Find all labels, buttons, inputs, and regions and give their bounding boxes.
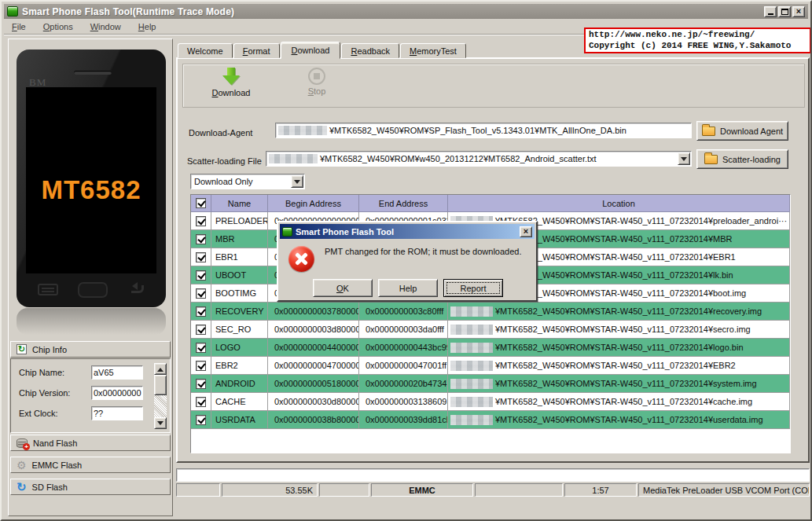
ok-button[interactable]: OK bbox=[313, 279, 373, 297]
combo-dropdown-button[interactable] bbox=[678, 152, 690, 165]
table-row[interactable]: LOGO0x00000000044000000x000000000443bc99… bbox=[191, 339, 790, 357]
emmc-flash-section[interactable]: ⚙ EMMC Flash bbox=[10, 457, 171, 473]
credit-url: http://www.neko.ne.jp/~freewing/ bbox=[589, 29, 806, 40]
download-agent-input[interactable]: ¥MTK6582_W450¥ROM¥SP_Flash_Tool_v5.1343.… bbox=[275, 123, 692, 138]
chip-info-icon: ↻ bbox=[17, 344, 27, 354]
location-path: ¥MTK6582_W450¥ROM¥STAR-W450_v111_0723201… bbox=[495, 306, 762, 316]
partition-name: ANDROID bbox=[211, 375, 268, 393]
row-checkbox[interactable] bbox=[196, 415, 206, 425]
begin-address: 0x0000000003780000 bbox=[268, 303, 359, 321]
censored-path-prefix bbox=[450, 397, 493, 407]
partition-name: EBR2 bbox=[211, 357, 268, 375]
tab-memorytest[interactable]: MemoryTest bbox=[400, 43, 466, 58]
menu-file[interactable]: File bbox=[10, 21, 28, 32]
chip-name-field[interactable]: aV65 bbox=[91, 365, 143, 380]
scatter-file-path: ¥MTK6582_W450¥ROM¥w450_20131212¥MT6582_A… bbox=[320, 154, 597, 163]
tab-strip: Welcome Format Download Readback MemoryT… bbox=[178, 41, 467, 58]
scroll-down-button[interactable] bbox=[154, 417, 167, 429]
begin-address: 0x0000000003d80000 bbox=[268, 321, 359, 339]
close-button[interactable]: × bbox=[792, 6, 805, 17]
location-cell: ¥MTK6582_W450¥ROM¥STAR-W450_v111_0723201… bbox=[448, 321, 790, 339]
nand-flash-section[interactable]: Nand Flash bbox=[10, 435, 171, 451]
chip-info-scrollbar[interactable] bbox=[154, 363, 167, 429]
download-mode-combobox[interactable]: Download Only bbox=[190, 174, 305, 189]
header-location[interactable]: Location bbox=[448, 195, 790, 212]
tab-readback[interactable]: Readback bbox=[341, 43, 399, 58]
begin-address: 0x0000000004400000 bbox=[268, 339, 359, 357]
chevron-down-icon bbox=[681, 157, 687, 164]
select-all-checkbox[interactable] bbox=[196, 198, 206, 208]
chip-info-panel: Chip Name: aV65 Chip Version: 0x00000000… bbox=[10, 358, 171, 433]
report-button[interactable]: Report bbox=[443, 279, 503, 297]
download-mode-value: Download Only bbox=[194, 177, 253, 186]
row-check-cell bbox=[191, 411, 211, 429]
row-checkbox[interactable] bbox=[196, 379, 206, 389]
table-row[interactable]: EBR20x00000000047000000x00000000047001ff… bbox=[191, 357, 790, 375]
scroll-up-button[interactable] bbox=[154, 363, 167, 375]
row-checkbox[interactable] bbox=[196, 270, 206, 281]
partition-name: MBR bbox=[211, 230, 268, 248]
tab-format[interactable]: Format bbox=[233, 43, 280, 58]
header-name[interactable]: Name bbox=[211, 195, 268, 212]
header-begin-address[interactable]: Begin Address bbox=[268, 195, 359, 212]
chip-info-header[interactable]: ↻ Chip Info bbox=[10, 341, 171, 358]
table-row[interactable]: SEC_RO0x0000000003d800000x0000000003da0f… bbox=[191, 321, 790, 339]
end-address: 0x00000000047001ff bbox=[359, 357, 448, 375]
header-end-address[interactable]: End Address bbox=[359, 195, 448, 212]
combo-dropdown-button[interactable] bbox=[291, 175, 303, 188]
row-checkbox[interactable] bbox=[196, 397, 206, 407]
end-address: 0x0000000003c80fff bbox=[359, 303, 448, 321]
scrollbar-thumb[interactable] bbox=[154, 375, 167, 395]
tab-download[interactable]: Download bbox=[281, 42, 341, 59]
menu-help[interactable]: Help bbox=[137, 21, 158, 32]
title-bar[interactable]: Smart Phone Flash Tool(Runtime Trace Mod… bbox=[4, 4, 808, 19]
row-checkbox[interactable] bbox=[196, 234, 206, 244]
phone-preview: BM MT6582 bbox=[17, 50, 166, 307]
table-row[interactable]: USRDATA0x0000000038b800000x0000000039dd8… bbox=[191, 411, 790, 429]
progress-bar bbox=[176, 468, 810, 482]
row-checkbox[interactable] bbox=[196, 216, 206, 226]
end-address: 0x0000000031386093 bbox=[359, 393, 448, 411]
phone-home-key-icon bbox=[78, 282, 108, 298]
arrow-down-icon bbox=[157, 421, 164, 428]
table-row[interactable]: RECOVERY0x00000000037800000x0000000003c8… bbox=[191, 303, 790, 321]
download-button[interactable]: Download bbox=[193, 68, 269, 105]
row-check-cell bbox=[191, 339, 211, 357]
end-address: 0x0000000039dd81cb bbox=[359, 411, 448, 429]
begin-address: 0x0000000004700000 bbox=[268, 357, 359, 375]
row-check-cell bbox=[191, 266, 211, 284]
menu-options[interactable]: Options bbox=[42, 21, 75, 32]
row-checkbox[interactable] bbox=[196, 343, 206, 353]
row-checkbox[interactable] bbox=[196, 325, 206, 335]
sd-flash-section[interactable]: ↻ SD Flash bbox=[10, 479, 171, 495]
scatter-loading-button[interactable]: Scatter-loading bbox=[696, 149, 788, 169]
row-checkbox[interactable] bbox=[196, 361, 206, 371]
dialog-title-bar[interactable]: Smart Phone Flash Tool × bbox=[280, 224, 535, 239]
table-row[interactable]: CACHE0x0000000030d800000x000000003138609… bbox=[191, 393, 790, 411]
download-agent-button[interactable]: Download Agent bbox=[696, 121, 788, 141]
scrollbar-track[interactable] bbox=[154, 395, 167, 417]
tab-welcome[interactable]: Welcome bbox=[178, 43, 233, 58]
scatter-file-combobox[interactable]: ¥MTK6582_W450¥ROM¥w450_20131212¥MT6582_A… bbox=[266, 151, 692, 167]
arrow-up-icon bbox=[157, 365, 164, 372]
app-icon bbox=[7, 6, 18, 17]
app-window: { "window": { "title": "Smart Phone Flas… bbox=[0, 0, 812, 521]
maximize-button[interactable] bbox=[778, 6, 791, 17]
minimize-button[interactable] bbox=[764, 6, 777, 17]
dialog-close-button[interactable]: × bbox=[520, 226, 532, 237]
location-cell: ¥MTK6582_W450¥ROM¥STAR-W450_v111_0723201… bbox=[448, 375, 790, 393]
stop-button-label: Stop bbox=[308, 86, 326, 96]
chip-version-field[interactable]: 0x00000000 bbox=[91, 386, 143, 400]
censored-path-prefix bbox=[450, 306, 493, 317]
stop-button[interactable]: Stop bbox=[279, 68, 355, 105]
ext-clock-field[interactable]: ?? bbox=[91, 406, 143, 420]
row-checkbox[interactable] bbox=[196, 252, 206, 262]
table-row[interactable]: ANDROID0x00000000051800000x0000000020b47… bbox=[191, 375, 790, 393]
row-checkbox[interactable] bbox=[196, 306, 206, 317]
download-agent-label: Download-Agent bbox=[189, 128, 252, 138]
location-cell: ¥MTK6582_W450¥ROM¥STAR-W450_v111_0723201… bbox=[448, 393, 790, 411]
row-checkbox[interactable] bbox=[196, 288, 206, 299]
help-button[interactable]: Help bbox=[378, 279, 438, 297]
ext-clock-row: Ext Clock: ?? bbox=[19, 406, 149, 420]
menu-window[interactable]: Window bbox=[89, 21, 123, 32]
